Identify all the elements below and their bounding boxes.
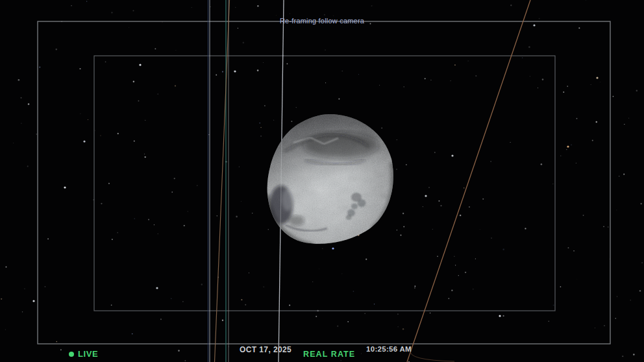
star — [332, 247, 334, 249]
orbit-line-orange-right — [407, 0, 530, 362]
star — [39, 67, 40, 68]
star — [571, 144, 572, 145]
star — [245, 304, 246, 306]
star — [286, 63, 288, 64]
star — [144, 156, 145, 158]
star — [437, 256, 438, 257]
star — [341, 360, 341, 361]
star — [353, 291, 354, 292]
star — [182, 301, 184, 302]
star — [139, 64, 141, 66]
star — [324, 14, 325, 16]
star — [538, 88, 538, 88]
star — [18, 79, 20, 81]
star — [402, 213, 404, 214]
star — [400, 234, 401, 235]
star — [235, 7, 236, 8]
star — [154, 224, 155, 225]
star — [129, 27, 129, 28]
star — [430, 80, 431, 80]
star — [217, 215, 217, 216]
star — [174, 178, 175, 179]
star — [560, 286, 562, 287]
star — [402, 328, 404, 330]
star — [622, 356, 623, 357]
star — [175, 50, 176, 51]
star — [583, 215, 584, 216]
asteroid — [263, 110, 399, 250]
star — [184, 360, 186, 361]
star — [132, 333, 133, 335]
star — [428, 187, 430, 188]
star — [464, 187, 465, 189]
star — [563, 91, 564, 93]
rate-display[interactable]: REAL RATE — [303, 350, 355, 359]
star — [5, 330, 6, 330]
star — [619, 176, 619, 176]
star — [595, 328, 595, 328]
star — [32, 300, 34, 302]
star — [541, 163, 542, 165]
star — [118, 133, 119, 134]
star — [259, 123, 260, 124]
star — [333, 16, 334, 16]
star — [460, 215, 462, 217]
star — [448, 298, 449, 299]
star — [381, 127, 382, 128]
star — [615, 318, 616, 319]
star — [414, 285, 415, 287]
star — [28, 103, 30, 105]
star — [454, 64, 456, 66]
star — [567, 145, 569, 147]
space-viewport[interactable]: Re-framing follow camera LIVE OCT 17, 20… — [0, 0, 644, 362]
star — [138, 101, 140, 102]
star — [238, 28, 238, 29]
star — [397, 230, 397, 230]
star — [617, 296, 617, 297]
star — [322, 248, 323, 249]
star — [263, 62, 264, 63]
star — [338, 98, 340, 99]
star — [171, 298, 171, 298]
star — [100, 135, 101, 136]
star — [403, 86, 404, 88]
star — [175, 85, 176, 86]
star — [397, 139, 397, 140]
star — [633, 354, 635, 356]
star — [473, 289, 473, 289]
star — [101, 203, 102, 204]
date-display: OCT 17, 2025 — [240, 345, 291, 354]
star — [236, 216, 238, 218]
star — [560, 155, 562, 156]
star — [145, 120, 145, 121]
star — [158, 234, 158, 234]
star — [510, 5, 512, 6]
star — [108, 183, 110, 184]
star — [423, 206, 423, 207]
star — [264, 105, 266, 106]
star — [178, 350, 180, 352]
star — [234, 70, 236, 72]
star — [566, 149, 567, 150]
star — [491, 237, 492, 239]
star — [425, 195, 427, 197]
star — [260, 136, 261, 136]
star — [434, 152, 436, 153]
star — [341, 273, 342, 274]
star — [133, 80, 134, 82]
star — [88, 119, 88, 120]
star — [430, 313, 430, 313]
star — [475, 258, 476, 259]
star — [132, 10, 134, 11]
star — [374, 304, 375, 304]
star — [22, 311, 23, 312]
star — [160, 319, 162, 320]
star — [13, 143, 14, 143]
star — [396, 169, 397, 170]
star — [576, 118, 578, 119]
star — [480, 229, 480, 230]
star — [465, 272, 466, 273]
star — [636, 90, 638, 92]
star — [111, 304, 112, 306]
time-display: 10:25:56 AM — [366, 345, 412, 353]
